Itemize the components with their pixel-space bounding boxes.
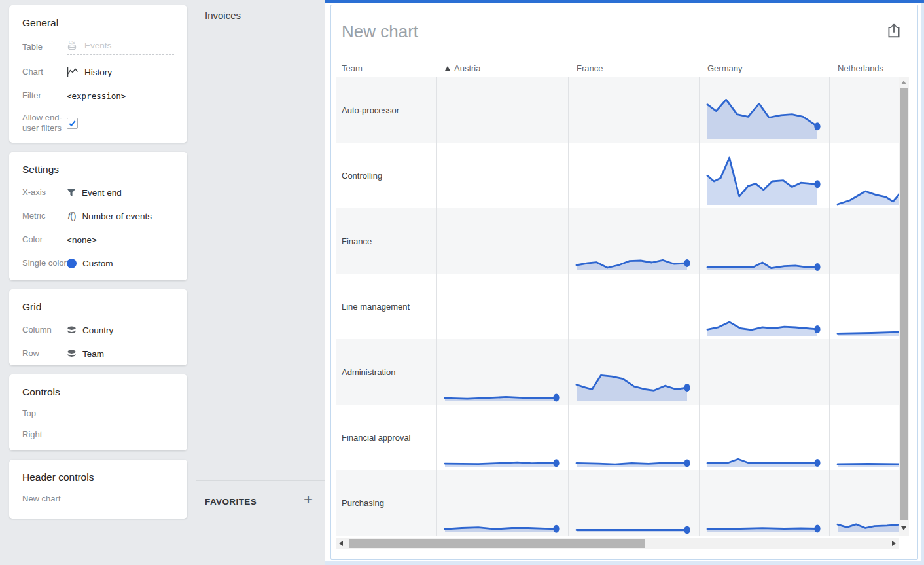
sparkline-finance-france <box>577 257 687 270</box>
explorer-item-invoices[interactable]: Invoices <box>205 10 241 21</box>
series-end-dot <box>684 526 690 534</box>
color-label: Color <box>22 234 67 245</box>
field-row-chart: Chart History <box>22 65 174 79</box>
team-row-label: Financial approval <box>342 405 411 470</box>
database-icon <box>67 326 77 334</box>
grid-column-value: Country <box>82 325 113 335</box>
series-end-dot <box>814 180 820 188</box>
add-favorite-button[interactable]: + <box>300 492 316 507</box>
column-header-label: Austria <box>454 64 480 73</box>
single-color-field[interactable]: Custom <box>67 257 174 270</box>
database-icon <box>67 350 77 357</box>
xaxis-value: Event end <box>82 188 122 198</box>
export-icon <box>885 22 902 39</box>
grid-row-value: Team <box>82 349 104 359</box>
scroll-down-icon[interactable] <box>901 526 906 530</box>
metric-label: Metric <box>22 211 67 221</box>
svg-text:CS: CS <box>69 40 75 45</box>
favorites-header: FAVORITES <box>205 497 257 507</box>
single-color-label: Single color <box>22 258 67 268</box>
column-header-label: Netherlands <box>838 64 883 73</box>
field-row-metric: Metric f() Number of events <box>22 210 174 223</box>
metric-field[interactable]: f() Number of events <box>67 210 174 223</box>
sparkline-grid: Auto-processorControllingFinanceLine man… <box>336 77 899 536</box>
allow-filters-checkbox[interactable] <box>67 118 78 129</box>
chart-type-field[interactable]: History <box>67 65 174 79</box>
color-swatch[interactable] <box>67 259 77 268</box>
table-icon: CS <box>67 39 79 51</box>
allow-filters-label: Allow end-user filters <box>22 113 67 134</box>
panel-settings-title: Settings <box>22 164 174 175</box>
controls-top-label[interactable]: Top <box>22 409 67 419</box>
column-header-label: Team <box>342 64 363 73</box>
series-end-dot <box>553 525 559 533</box>
series-end-dot <box>814 263 820 271</box>
sparkline-controlling-germany <box>707 158 817 205</box>
column-header-france[interactable]: France <box>577 62 603 75</box>
scroll-up-icon[interactable] <box>901 81 906 84</box>
grid-line <box>829 77 830 536</box>
checkmark-icon <box>68 119 77 128</box>
metric-value: Number of events <box>82 211 152 221</box>
sparkline-purchasing-germany <box>707 525 817 532</box>
chart-field-label: Chart <box>22 67 67 77</box>
vertical-scrollbar[interactable] <box>899 77 909 536</box>
field-row-filter: Filter <expression> <box>22 89 174 102</box>
sparkline-purchasing-austria <box>445 524 556 532</box>
panel-grid-title: Grid <box>22 301 174 313</box>
filter-field[interactable]: <expression> <box>67 89 174 102</box>
scroll-right-icon[interactable] <box>892 541 896 546</box>
export-button[interactable] <box>885 22 902 39</box>
color-field[interactable]: <none> <box>67 233 174 246</box>
sparkline-administration-france <box>577 373 687 401</box>
function-icon: f() <box>67 211 77 221</box>
grid-column-label: Column <box>22 325 67 335</box>
chart-type-value: History <box>84 67 112 77</box>
table-field[interactable]: CS Events <box>67 39 174 55</box>
column-header-netherlands[interactable]: Netherlands <box>838 62 883 75</box>
chart-line-icon <box>67 67 79 77</box>
vertical-scrollbar-thumb[interactable] <box>900 88 908 520</box>
panel-settings: Settings X-axis Event end Metric f() Num… <box>9 152 187 280</box>
column-header-germany[interactable]: Germany <box>707 62 742 75</box>
panel-header-controls-title: Header controls <box>22 471 174 483</box>
field-row-allow-filters: Allow end-user filters <box>22 113 174 134</box>
app-window: General Table CS Events Chart <box>0 0 924 565</box>
filter-field-value: <expression> <box>67 91 126 101</box>
column-header-team[interactable]: Team <box>342 62 363 75</box>
panel-general-title: General <box>22 17 174 29</box>
panel-edge-bottom <box>325 561 924 565</box>
field-row-grid-column: Column Country <box>22 323 174 337</box>
grid-row-field[interactable]: Team <box>67 347 174 360</box>
xaxis-label: X-axis <box>22 187 67 198</box>
column-header-label: Germany <box>707 64 742 73</box>
sparkline-purchasing-netherlands <box>838 521 899 532</box>
team-row-label: Line management <box>342 274 410 339</box>
series-end-dot <box>814 122 820 130</box>
panel-header-controls: Header controls New chart <box>9 460 187 519</box>
horizontal-scrollbar[interactable] <box>336 538 899 549</box>
panel-general: General Table CS Events Chart <box>9 5 187 143</box>
controls-right-label[interactable]: Right <box>22 429 67 440</box>
column-header-austria[interactable]: Austria <box>445 62 480 75</box>
sparkline-financial-approval-france <box>577 460 687 467</box>
table-field-value: Events <box>84 41 111 50</box>
panel-edge-right <box>921 3 924 565</box>
favorites-divider-bottom <box>196 534 325 534</box>
sparkline-financial-approval-austria <box>445 460 556 467</box>
sparkline-administration-austria <box>445 394 556 401</box>
series-end-dot <box>553 459 559 467</box>
series-end-dot <box>684 259 690 267</box>
favorites-divider-top <box>196 480 325 481</box>
xaxis-field[interactable]: Event end <box>67 186 174 199</box>
grid-column-field[interactable]: Country <box>67 323 174 337</box>
series-end-dot <box>684 384 690 392</box>
grid-line <box>568 77 569 536</box>
sparkline-line-management-germany <box>707 320 817 336</box>
team-row-label: Controlling <box>342 143 382 208</box>
horizontal-scrollbar-thumb[interactable] <box>349 539 645 548</box>
header-controls-new-chart[interactable]: New chart <box>22 494 61 504</box>
field-row-controls-right: Right <box>22 429 174 440</box>
team-row-label: Purchasing <box>342 470 384 536</box>
scroll-left-icon[interactable] <box>339 541 343 546</box>
